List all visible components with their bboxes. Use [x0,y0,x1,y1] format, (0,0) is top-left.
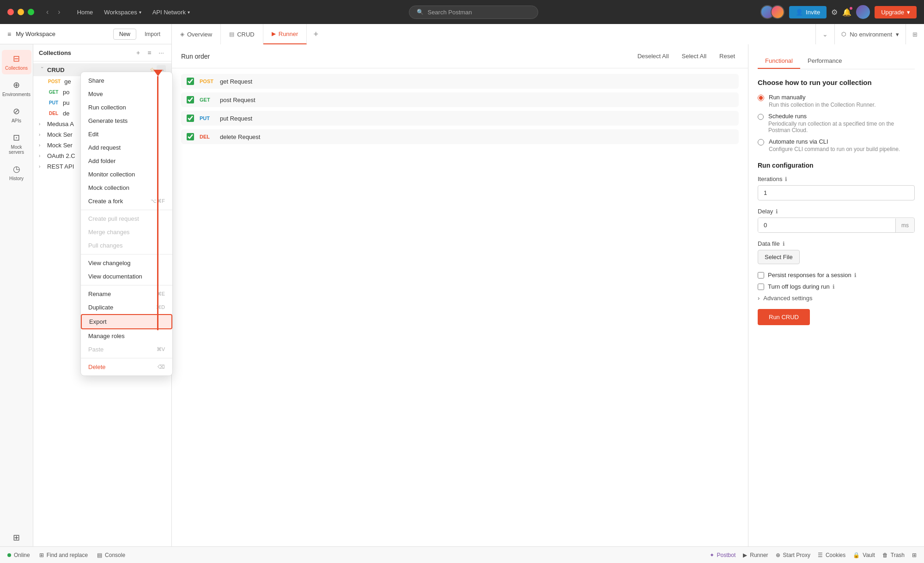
advanced-settings-toggle[interactable]: › Advanced settings [758,295,915,302]
sidebar-item-environments[interactable]: ⊕ Environments [2,76,31,101]
runner-status-label: Runner [750,552,768,558]
reset-button[interactable]: Reset [716,51,739,61]
maximize-button[interactable] [28,9,34,15]
run-crud-button[interactable]: Run CRUD [758,309,810,325]
runner-controls: Deselect All Select All Reset [634,51,739,61]
request-checkbox-4[interactable] [187,133,194,140]
forward-button[interactable]: › [55,7,63,17]
request-checkbox-2[interactable] [187,96,194,103]
request-checkbox-1[interactable] [187,78,194,85]
request-method-3: PUT [200,115,214,121]
iterations-input[interactable] [758,185,915,200]
trash-button[interactable]: 🗑 Trash [882,552,905,558]
menu-item-duplicate[interactable]: Duplicate ⌘D [81,301,172,314]
more-collections-button[interactable]: ··· [157,48,166,57]
request-checkbox-3[interactable] [187,115,194,122]
iterations-info-icon[interactable]: ℹ [785,176,787,182]
sidebar-item-mock-servers[interactable]: ⊡ Mock servers [2,129,31,158]
collections-icon-label: Collections [5,66,28,71]
sidebar-item-collections[interactable]: ⊟ Collections [2,50,31,74]
run-manually-desc: Run this collection in the Collection Ru… [769,102,875,108]
menu-item-add-folder[interactable]: Add folder [81,154,172,168]
tab-performance[interactable]: Performance [800,54,849,69]
home-nav-item[interactable]: Home [73,7,98,18]
layout-grid-icon[interactable]: ⊞ [906,24,924,44]
workspace-icon: ≡ [7,30,11,38]
console-icon: ▤ [97,552,102,558]
automate-cli-label: Automate runs via CLI [769,138,900,145]
upgrade-button[interactable]: Upgrade ▾ [875,6,917,18]
menu-item-delete[interactable]: Delete ⌫ [81,360,172,374]
menu-item-monitor-collection[interactable]: Monitor collection [81,168,172,181]
menu-item-move[interactable]: Move [81,87,172,101]
mock-servers-icon-label: Mock servers [5,145,29,155]
start-proxy-button[interactable]: ⊕ Start Proxy [776,552,810,558]
settings-icon[interactable]: ⚙ [831,8,838,17]
turn-off-logs-checkbox[interactable] [758,284,764,290]
search-bar[interactable]: 🔍 Search Postman [409,6,538,19]
menu-item-share[interactable]: Share [81,74,172,87]
import-button[interactable]: Import [141,29,164,39]
menu-item-create-fork[interactable]: Create a fork ⌥⌘F [81,194,172,208]
more-tabs-button[interactable]: ⌄ [815,24,834,44]
runner-status-button[interactable]: ▶ Runner [743,552,768,558]
sort-collections-button[interactable]: ≡ [146,48,153,57]
sidebar-item-history[interactable]: ◷ History [2,160,31,185]
deselect-all-button[interactable]: Deselect All [634,51,673,61]
menu-item-add-request[interactable]: Add request [81,141,172,154]
menu-item-edit[interactable]: Edit [81,127,172,141]
sidebar-item-extensions[interactable]: ⊞ [2,529,31,546]
workspaces-nav-item[interactable]: Workspaces ▾ [99,7,146,18]
environment-selector[interactable]: ⬡ No environment ▾ [834,24,906,44]
back-button[interactable]: ‹ [43,7,51,17]
menu-item-view-docs[interactable]: View documentation [81,270,172,283]
vault-button[interactable]: 🔒 Vault [853,552,875,558]
menu-item-generate-tests[interactable]: Generate tests [81,114,172,127]
data-file-info-icon[interactable]: ℹ [783,241,785,247]
find-replace-label: Find and replace [47,552,88,558]
layout-button[interactable]: ⊞ [912,552,917,558]
delay-input[interactable] [758,218,895,232]
tab-functional[interactable]: Functional [758,54,800,69]
tab-overview[interactable]: ◈ Overview [172,24,221,44]
api-network-nav-item[interactable]: API Network ▾ [148,7,195,18]
cookies-button[interactable]: ☰ Cookies [818,552,845,558]
postbot-button[interactable]: ✦ Postbot [710,552,736,558]
new-button[interactable]: New [113,29,136,40]
menu-item-manage-roles[interactable]: Manage roles [81,329,172,343]
invite-button[interactable]: 👤 Invite [789,6,827,18]
menu-item-run-collection[interactable]: Run collection [81,101,172,114]
run-manually-label: Run manually [769,94,875,101]
menu-item-rename[interactable]: Rename ⌘E [81,287,172,301]
start-proxy-label: Start Proxy [783,552,810,558]
menu-item-mock-collection[interactable]: Mock collection [81,181,172,194]
add-collection-button[interactable]: + [134,48,142,57]
online-status[interactable]: Online [7,552,30,558]
select-file-button[interactable]: Select File [758,250,800,264]
menu-item-view-changelog[interactable]: View changelog [81,256,172,270]
close-button[interactable] [7,9,14,15]
logs-info-icon[interactable]: ℹ [833,284,835,290]
persist-responses-checkbox[interactable] [758,272,764,278]
radio-manual[interactable] [758,95,764,101]
invite-label: Invite [806,9,820,16]
tab-runner[interactable]: ▶ Runner [263,24,307,44]
minimize-button[interactable] [18,9,24,15]
tab-crud[interactable]: ▤ CRUD [221,24,263,44]
menu-item-export[interactable]: Export [81,314,172,329]
user-avatar[interactable] [856,5,870,19]
delay-info-icon[interactable]: ℹ [776,208,778,215]
manage-roles-label: Manage roles [88,333,125,339]
console-button[interactable]: ▤ Console [97,552,125,558]
cookies-icon: ☰ [818,552,823,558]
select-all-button[interactable]: Select All [678,51,710,61]
radio-cli[interactable] [758,139,764,145]
online-dot-icon [7,553,11,557]
radio-schedule[interactable] [758,114,764,120]
persist-info-icon[interactable]: ℹ [854,272,857,278]
find-replace-button[interactable]: ⊞ Find and replace [39,552,88,558]
advanced-chevron-icon: › [758,295,760,302]
sidebar-item-apis[interactable]: ⊘ APIs [2,103,31,127]
add-tab-button[interactable]: + [307,24,325,44]
notifications-icon[interactable]: 🔔 [842,8,851,17]
